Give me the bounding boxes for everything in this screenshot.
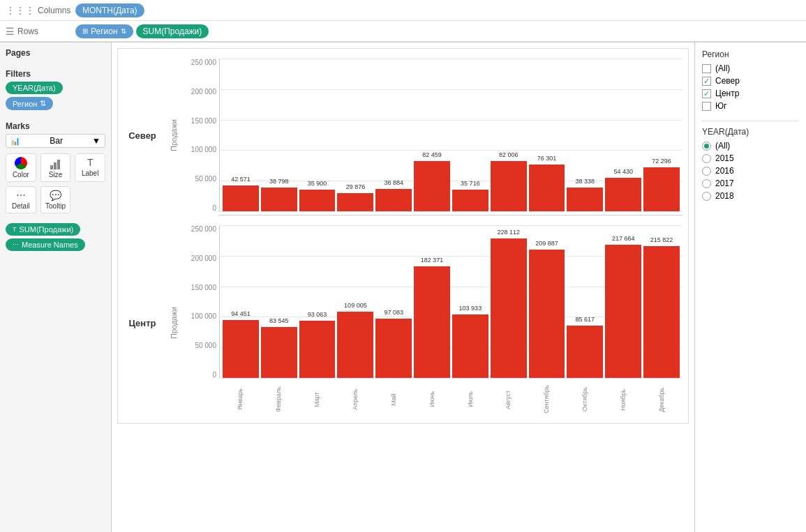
year-2017-radio[interactable]: 2017: [702, 178, 799, 188]
left-panel: Pages Filters YEAR(Дата) Регион ⇅ Marks …: [0, 43, 112, 532]
marks-section: Marks 📊 Bar ▼ Color Size: [6, 121, 105, 251]
region-yug-checkbox-box[interactable]: [702, 102, 711, 111]
x-axis-label: Ноябрь: [605, 379, 641, 420]
bar-item[interactable]: 97 083: [375, 225, 412, 378]
x-axis-label: Август: [490, 379, 526, 420]
bar-item[interactable]: 35 900: [299, 59, 336, 211]
x-axis-label: Сентябрь: [528, 379, 565, 420]
bar-item[interactable]: 182 371: [414, 225, 450, 378]
columns-month-pill[interactable]: MONTH(Дата): [75, 3, 144, 17]
bar: 54 430: [605, 178, 641, 211]
bar: 82 459: [414, 161, 450, 211]
bar: 82 006: [491, 161, 527, 211]
bar-item[interactable]: 35 716: [452, 59, 488, 211]
bar: 76 301: [529, 165, 565, 211]
bar: 29 876: [337, 193, 373, 211]
color-button[interactable]: Color: [6, 153, 36, 182]
bar-item[interactable]: 36 884: [375, 59, 412, 211]
bar: 103 933: [452, 314, 488, 378]
region-all-checkbox-box[interactable]: [702, 64, 711, 73]
label-button[interactable]: T Label: [75, 153, 105, 182]
year-2016-radio[interactable]: 2016: [702, 166, 799, 176]
region-label: Центр: [118, 225, 167, 420]
x-axis-label: Февраль: [260, 379, 297, 420]
bar-item[interactable]: 83 545: [261, 225, 297, 378]
bar: 42 571: [223, 185, 259, 211]
x-axis-label: Декабрь: [643, 379, 680, 420]
bar-item[interactable]: 217 664: [605, 225, 641, 378]
region-sever-checkbox[interactable]: ✓ Север: [702, 76, 799, 86]
chart-area: СеверПродажи250 000200 000150 000100 000…: [112, 43, 694, 532]
bar-item[interactable]: 82 459: [414, 59, 450, 211]
filters-section: Filters YEAR(Дата) Регион ⇅: [6, 69, 105, 113]
bar: 209 887: [529, 250, 565, 378]
bar: 72 296: [643, 167, 680, 211]
rows-region-pill[interactable]: ⊞ Регион ⇅: [75, 24, 133, 38]
region-all-checkbox[interactable]: (All): [702, 63, 799, 73]
bar-item[interactable]: 72 296: [643, 59, 680, 211]
year-all-radio[interactable]: (All): [702, 141, 799, 151]
bar-item[interactable]: 85 617: [567, 225, 603, 378]
bar-item[interactable]: 228 112: [491, 225, 527, 378]
x-axis-label: Апрель: [337, 379, 373, 420]
bar: 83 545: [261, 327, 297, 378]
bar-item[interactable]: 54 430: [605, 59, 641, 211]
pages-section: Pages: [6, 48, 105, 61]
columns-label: ⋮⋮⋮ Columns: [6, 5, 75, 16]
pages-title: Pages: [6, 48, 105, 58]
bar-item[interactable]: 29 876: [337, 59, 373, 211]
filter-region[interactable]: Регион ⇅: [6, 97, 53, 110]
region-label: Север: [118, 59, 167, 212]
region-center-checkbox-box[interactable]: ✓: [702, 89, 711, 98]
sum-prodazhi-pill[interactable]: T SUM(Продажи): [6, 223, 80, 236]
chart-section-Центр: ЦентрПродажи250 000200 000150 000100 000…: [118, 218, 682, 420]
year-filter-title: YEAR(Дата): [702, 127, 799, 137]
bar: 94 451: [223, 320, 259, 378]
measure-names-pill[interactable]: ⋯ Measure Names: [6, 238, 85, 251]
bar-item[interactable]: 103 933: [452, 225, 488, 378]
bar: 182 371: [414, 266, 450, 378]
bar-item[interactable]: 38 338: [567, 59, 603, 211]
year-2018-radio-btn[interactable]: [702, 192, 711, 201]
bar-item[interactable]: 76 301: [529, 59, 565, 211]
y-axis-label: Продажи: [167, 59, 181, 212]
filter-year[interactable]: YEAR(Дата): [6, 82, 63, 94]
rows-sum-pill[interactable]: SUM(Продажи): [136, 24, 209, 38]
year-2017-radio-btn[interactable]: [702, 179, 711, 188]
year-2015-radio-btn[interactable]: [702, 154, 711, 163]
bar: 109 005: [337, 312, 373, 378]
bar-item[interactable]: 38 798: [261, 59, 297, 211]
marks-type-dropdown[interactable]: 📊 Bar ▼: [6, 134, 105, 148]
year-2016-radio-btn[interactable]: [702, 167, 711, 176]
x-axis-label: Июль: [452, 379, 488, 420]
marks-grid: Color Size T Label ⋯ Detail: [6, 153, 105, 213]
region-yug-checkbox[interactable]: Юг: [702, 101, 799, 111]
x-axis-label: Январь: [222, 379, 258, 420]
region-center-checkbox[interactable]: ✓ Центр: [702, 89, 799, 98]
bar-item[interactable]: 93 063: [299, 225, 336, 378]
bar: 38 798: [261, 188, 297, 211]
y-axis-label: Продажи: [167, 225, 181, 420]
filters-title: Filters: [6, 69, 105, 79]
x-axis-label: Май: [375, 379, 412, 420]
bar: 228 112: [491, 238, 527, 378]
year-filter-section: YEAR(Дата) (All) 2015 2016 2017 2018: [702, 121, 799, 204]
year-2018-radio[interactable]: 2018: [702, 191, 799, 201]
bar: 36 884: [375, 189, 412, 211]
x-axis-label: Март: [299, 379, 335, 420]
bar-item[interactable]: 94 451: [223, 225, 259, 378]
bar-item[interactable]: 82 006: [491, 59, 527, 211]
bar: 93 063: [299, 321, 336, 378]
bar-item[interactable]: 215 822: [643, 225, 680, 378]
bar-item[interactable]: 209 887: [529, 225, 565, 378]
region-sever-checkbox-box[interactable]: ✓: [702, 77, 711, 86]
tooltip-button[interactable]: 💬 Tooltip: [40, 186, 71, 213]
bar-item[interactable]: 109 005: [337, 225, 373, 378]
size-button[interactable]: Size: [40, 153, 71, 182]
rows-label: ☰ Rows: [6, 26, 75, 37]
right-panel: Регион (All) ✓ Север ✓ Центр Юг YEAR(Дат…: [694, 43, 806, 532]
year-all-radio-btn[interactable]: [702, 142, 711, 151]
bar-item[interactable]: 42 571: [223, 59, 259, 211]
year-2015-radio[interactable]: 2015: [702, 153, 799, 163]
detail-button[interactable]: ⋯ Detail: [6, 186, 36, 213]
